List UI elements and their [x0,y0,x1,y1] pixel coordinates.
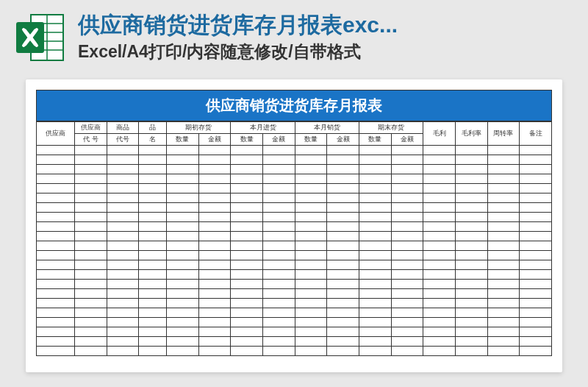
table-cell [167,337,199,347]
table-cell [455,232,487,241]
table-cell [359,213,391,222]
table-cell [295,308,327,318]
table-cell [167,280,199,289]
table-cell [520,260,552,270]
table-row [37,232,552,241]
table-cell [263,194,295,203]
table-cell [391,241,423,251]
table-cell [231,289,263,299]
table-cell [423,203,456,213]
table-cell [487,146,520,155]
col-purchase-qty: 数量 [231,134,263,146]
table-cell [37,347,75,356]
table-cell [107,146,139,155]
table-cell [455,260,487,270]
table-cell [423,289,456,299]
table-cell [327,251,359,260]
table-cell [231,318,263,327]
table-cell [167,260,199,270]
table-cell [391,347,423,356]
table-cell [139,194,167,203]
table-cell [455,308,487,318]
table-cell [423,280,456,289]
table-cell [75,308,107,318]
table-cell [487,289,520,299]
table-cell [520,174,552,184]
table-cell [263,241,295,251]
report-table: 供应商 供应商 商品 品 期初存货 本月进货 本月销货 期末存货 毛利 毛利率 … [36,121,552,356]
table-cell [167,299,199,308]
table-cell [139,222,167,232]
table-cell [231,146,263,155]
table-cell [327,260,359,270]
table-cell [263,327,295,337]
table-cell [231,251,263,260]
table-cell [231,184,263,194]
table-cell [327,270,359,280]
table-cell [327,184,359,194]
table-cell [423,222,456,232]
table-cell [295,280,327,289]
table-cell [423,241,456,251]
table-cell [263,299,295,308]
table-cell [231,203,263,213]
table-cell [107,222,139,232]
table-cell [455,165,487,174]
col-product-code-2: 代号 [107,134,139,146]
table-row [37,260,552,270]
table-cell [263,184,295,194]
table-cell [455,251,487,260]
table-cell [37,251,75,260]
table-cell [359,318,391,327]
table-cell [231,241,263,251]
table-cell [231,222,263,232]
col-sales-qty: 数量 [295,134,327,146]
table-cell [75,213,107,222]
table-cell [231,155,263,165]
table-cell [295,299,327,308]
table-cell [198,260,231,270]
table-cell [167,347,199,356]
table-cell [327,232,359,241]
table-cell [37,318,75,327]
table-cell [391,251,423,260]
table-cell [231,270,263,280]
table-cell [391,174,423,184]
table-cell [487,213,520,222]
table-header: 供应商 供应商 商品 品 期初存货 本月进货 本月销货 期末存货 毛利 毛利率 … [37,122,552,146]
table-cell [423,299,456,308]
table-cell [37,270,75,280]
table-cell [359,222,391,232]
table-cell [359,347,391,356]
table-cell [198,155,231,165]
table-cell [423,184,456,194]
table-cell [520,337,552,347]
table-cell [167,270,199,280]
table-cell [487,155,520,165]
table-cell [167,318,199,327]
table-cell [167,289,199,299]
table-cell [295,289,327,299]
table-cell [327,146,359,155]
table-cell [75,222,107,232]
table-cell [295,270,327,280]
table-cell [455,318,487,327]
table-cell [263,155,295,165]
table-cell [107,194,139,203]
table-cell [107,184,139,194]
table-cell [37,260,75,270]
table-cell [295,337,327,347]
table-cell [423,146,456,155]
table-cell [423,270,456,280]
col-group-closing: 期末存货 [359,122,423,134]
col-supplier-code-1: 供应商 [75,122,107,134]
table-cell [295,146,327,155]
table-cell [198,318,231,327]
table-cell [37,194,75,203]
table-cell [327,337,359,347]
table-cell [327,289,359,299]
table-cell [139,203,167,213]
table-cell [198,213,231,222]
col-purchase-amt: 金额 [263,134,295,146]
table-row [37,155,552,165]
